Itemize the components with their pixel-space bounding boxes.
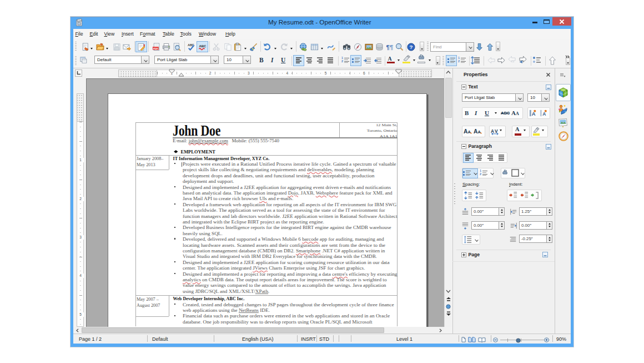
svg-text:A: A bbox=[478, 130, 481, 135]
svg-text:PDF: PDF bbox=[153, 47, 158, 49]
svg-text:?: ? bbox=[409, 44, 412, 50]
svg-text:ABC: ABC bbox=[199, 44, 207, 47]
svg-text:¶: ¶ bbox=[386, 43, 389, 50]
svg-text:A: A bbox=[468, 130, 471, 135]
svg-text:¶: ¶ bbox=[390, 43, 393, 50]
